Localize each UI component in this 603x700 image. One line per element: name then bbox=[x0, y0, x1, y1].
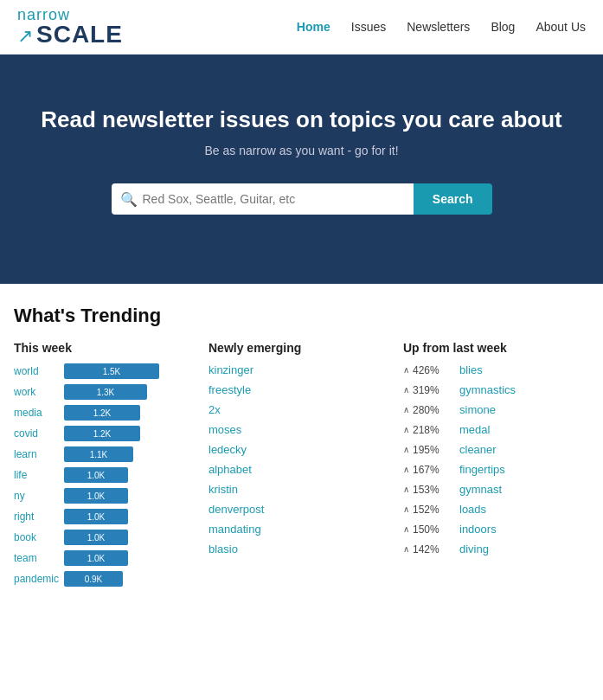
up-from-last-week-col: Up from last week ∧ 426% blies ∧ 319% gy… bbox=[403, 341, 589, 592]
tw-bar-value: 1.0K bbox=[87, 533, 106, 543]
up-link[interactable]: diving bbox=[459, 543, 489, 556]
up-arrow-icon: ∧ bbox=[403, 425, 409, 434]
list-item: book 1.0K bbox=[14, 530, 200, 545]
hero-subheading: Be as narrow as you want - go for it! bbox=[17, 144, 586, 157]
up-pct: 167% bbox=[413, 464, 456, 476]
tw-label[interactable]: right bbox=[14, 511, 59, 523]
nav-newsletters[interactable]: Newsletters bbox=[407, 20, 470, 34]
up-link[interactable]: indoors bbox=[459, 523, 497, 536]
tw-bar-value: 1.5K bbox=[103, 367, 121, 376]
tw-bar-value: 1.0K bbox=[87, 471, 106, 480]
up-link[interactable]: blies bbox=[459, 363, 483, 376]
tw-bar-value: 1.1K bbox=[90, 450, 108, 459]
this-week-list: world 1.5K work 1.3K media 1.2K covid bbox=[14, 363, 200, 587]
up-link[interactable]: gymnastics bbox=[459, 383, 516, 396]
tw-label[interactable]: world bbox=[14, 365, 59, 377]
tw-bar: 1.2K bbox=[64, 426, 140, 441]
up-arrow-icon: ∧ bbox=[403, 544, 409, 554]
up-pct: 142% bbox=[413, 543, 456, 556]
tw-bar: 0.9K bbox=[64, 571, 123, 587]
list-item[interactable]: kinzinger bbox=[208, 363, 395, 376]
list-item[interactable]: alphabet bbox=[208, 463, 395, 476]
trending-section: What's Trending This week world 1.5K wor… bbox=[0, 284, 603, 626]
list-item[interactable]: blasio bbox=[208, 543, 395, 556]
list-item: ∧ 167% fingertips bbox=[403, 463, 589, 476]
list-item[interactable]: freestyle bbox=[208, 383, 395, 396]
this-week-col: This week world 1.5K work 1.3K media 1.2… bbox=[14, 341, 200, 592]
list-item[interactable]: moses bbox=[208, 423, 395, 436]
tw-bar-wrap: 1.2K bbox=[64, 405, 140, 421]
search-button[interactable]: Search bbox=[414, 183, 492, 215]
list-item[interactable]: 2x bbox=[208, 403, 395, 416]
tw-bar: 1.0K bbox=[64, 509, 128, 524]
nav-about-us[interactable]: About Us bbox=[536, 20, 586, 34]
up-link[interactable]: simone bbox=[459, 403, 496, 416]
up-list: ∧ 426% blies ∧ 319% gymnastics ∧ 280% si… bbox=[403, 363, 589, 556]
nav-issues[interactable]: Issues bbox=[351, 20, 386, 34]
up-pct: 153% bbox=[413, 484, 456, 496]
tw-bar-value: 1.2K bbox=[93, 408, 112, 418]
tw-bar-wrap: 1.5K bbox=[64, 363, 159, 379]
list-item: work 1.3K bbox=[14, 384, 200, 400]
trending-grid: This week world 1.5K work 1.3K media 1.2… bbox=[14, 341, 589, 592]
up-pct: 152% bbox=[413, 504, 456, 516]
tw-bar-wrap: 1.0K bbox=[64, 550, 128, 566]
tw-label[interactable]: team bbox=[14, 552, 59, 564]
tw-bar-value: 1.0K bbox=[87, 554, 106, 563]
tw-bar-wrap: 1.0K bbox=[64, 530, 128, 545]
tw-bar: 1.1K bbox=[64, 446, 133, 462]
tw-label[interactable]: book bbox=[14, 531, 59, 543]
up-link[interactable]: loads bbox=[459, 503, 486, 516]
tw-bar: 1.3K bbox=[64, 384, 147, 400]
tw-label[interactable]: life bbox=[14, 469, 59, 481]
hero-section: Read newsletter issues on topics you car… bbox=[0, 55, 603, 284]
up-link[interactable]: medal bbox=[459, 423, 490, 436]
up-pct: 218% bbox=[413, 424, 456, 436]
tw-label[interactable]: covid bbox=[14, 427, 59, 440]
tw-bar-wrap: 1.1K bbox=[64, 446, 133, 462]
tw-bar: 1.0K bbox=[64, 530, 128, 545]
up-pct: 280% bbox=[413, 404, 456, 416]
tw-bar: 1.0K bbox=[64, 550, 128, 566]
logo[interactable]: narrow ↗ SCALE bbox=[17, 7, 123, 47]
list-item[interactable]: ledecky bbox=[208, 443, 395, 456]
list-item: ∧ 319% gymnastics bbox=[403, 383, 589, 396]
up-pct: 150% bbox=[413, 523, 456, 536]
tw-label[interactable]: learn bbox=[14, 448, 59, 460]
up-arrow-icon: ∧ bbox=[403, 385, 409, 395]
up-link[interactable]: fingertips bbox=[459, 463, 505, 476]
tw-bar-value: 1.0K bbox=[87, 491, 106, 501]
tw-label[interactable]: media bbox=[14, 407, 59, 419]
tw-bar: 1.0K bbox=[64, 467, 128, 483]
nav-blog[interactable]: Blog bbox=[491, 20, 515, 34]
this-week-header: This week bbox=[14, 341, 200, 355]
tw-label[interactable]: work bbox=[14, 386, 59, 398]
list-item: ∧ 152% loads bbox=[403, 503, 589, 516]
up-arrow-icon: ∧ bbox=[403, 445, 409, 454]
up-arrow-icon: ∧ bbox=[403, 504, 409, 514]
tw-bar-wrap: 1.3K bbox=[64, 384, 147, 400]
up-link[interactable]: cleaner bbox=[459, 443, 497, 456]
tw-bar-value: 1.2K bbox=[93, 429, 112, 439]
list-item[interactable]: mandating bbox=[208, 523, 395, 536]
up-link[interactable]: gymnast bbox=[459, 483, 502, 496]
tw-bar-value: 0.9K bbox=[85, 575, 103, 584]
list-item: learn 1.1K bbox=[14, 446, 200, 462]
list-item: pandemic 0.9K bbox=[14, 571, 200, 587]
search-bar: 🔍 Search bbox=[112, 183, 492, 215]
nav-home[interactable]: Home bbox=[297, 20, 330, 34]
up-arrow-icon: ∧ bbox=[403, 465, 409, 474]
list-item: ∧ 218% medal bbox=[403, 423, 589, 436]
tw-bar-value: 1.0K bbox=[87, 512, 106, 522]
list-item[interactable]: kristin bbox=[208, 483, 395, 496]
hero-heading: Read newsletter issues on topics you car… bbox=[17, 106, 586, 133]
list-item[interactable]: denverpost bbox=[208, 503, 395, 516]
newly-emerging-header: Newly emerging bbox=[208, 341, 395, 355]
list-item: world 1.5K bbox=[14, 363, 200, 379]
search-input[interactable] bbox=[143, 183, 405, 215]
tw-bar-value: 1.3K bbox=[97, 388, 115, 397]
up-arrow-icon: ∧ bbox=[403, 485, 409, 494]
list-item: life 1.0K bbox=[14, 467, 200, 483]
tw-label[interactable]: ny bbox=[14, 490, 59, 502]
tw-label[interactable]: pandemic bbox=[14, 573, 59, 585]
